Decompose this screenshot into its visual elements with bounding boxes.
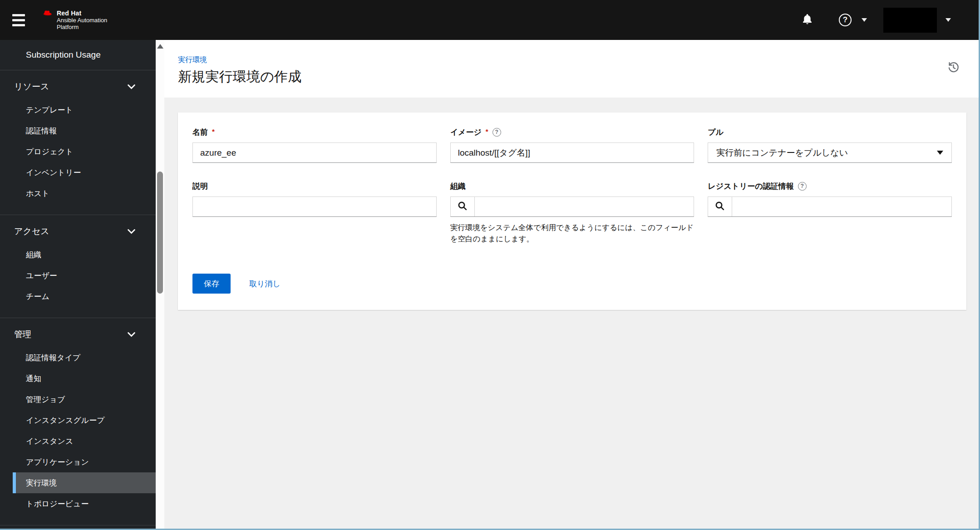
sidebar-item-credential-types[interactable]: 認証情報タイプ (0, 347, 156, 368)
brand-logo: Red Hat Ansible Automation Platform (42, 10, 107, 30)
label-text: 名前 (192, 127, 208, 137)
registry-credential-search-button[interactable] (708, 197, 732, 216)
name-label: 名前 * (192, 127, 437, 137)
description-input[interactable] (192, 196, 437, 217)
sidebar-scrollbar[interactable] (156, 40, 164, 530)
help-menu[interactable] (839, 14, 867, 26)
nav-section-resources: リソース テンプレート 認証情報 プロジェクト インベントリー ホスト (0, 70, 156, 215)
user-name-redacted[interactable] (883, 8, 937, 33)
form-actions: 保存 取り消し (192, 274, 952, 294)
page-header: 実行環境 新規実行環境の作成 (164, 40, 980, 98)
nav-section-title: 管理 (14, 329, 31, 340)
registry-credential-input[interactable] (732, 197, 951, 216)
brand-text: Red Hat Ansible Automation Platform (57, 10, 107, 30)
save-button[interactable]: 保存 (192, 274, 231, 294)
sidebar-item-execution-environments[interactable]: 実行環境 (13, 472, 156, 493)
sidebar-item-templates[interactable]: テンプレート (0, 99, 156, 120)
redhat-fedora-icon (42, 10, 53, 20)
organization-search-button[interactable] (451, 197, 475, 216)
name-input[interactable] (192, 142, 437, 163)
sidebar-item-instance-groups[interactable]: インスタンスグループ (0, 410, 156, 431)
brand-product-line1: Ansible Automation (57, 17, 107, 24)
image-input[interactable] (450, 142, 694, 163)
sidebar-item-credentials[interactable]: 認証情報 (0, 120, 156, 141)
field-pull: プル 実行前にコンテナーをプルしない (708, 127, 952, 163)
organization-helper-text: 実行環境をシステム全体で利用できるようにするには、このフィールドを空白のままにし… (450, 222, 694, 245)
scroll-up-arrow-icon[interactable] (157, 44, 163, 49)
caret-down-icon (862, 18, 867, 22)
sidebar-item-topology-view[interactable]: トポロジービュー (0, 493, 156, 514)
hamburger-icon (12, 14, 25, 16)
brand-name: Red Hat (57, 10, 107, 17)
sidebar-item-inventories[interactable]: インベントリー (0, 162, 156, 183)
hamburger-icon (12, 19, 25, 21)
organization-label: 組織 (450, 181, 694, 191)
sidebar-item-teams[interactable]: チーム (0, 286, 156, 307)
caret-down-icon (946, 18, 951, 22)
user-menu-button[interactable] (946, 18, 951, 22)
nav-section-toggle-access[interactable]: アクセス (0, 222, 156, 240)
sidebar-item-management-jobs[interactable]: 管理ジョブ (0, 389, 156, 410)
pull-select[interactable]: 実行前にコンテナーをプルしない (708, 142, 952, 163)
history-icon (947, 61, 960, 75)
nav-divider (0, 525, 156, 525)
sidebar-item-subscription-usage[interactable]: Subscription Usage (0, 40, 156, 70)
organization-lookup (450, 196, 694, 217)
label-text: 組織 (450, 181, 466, 191)
execution-environment-form: 名前 * イメージ * (192, 127, 952, 245)
notifications-button[interactable] (801, 13, 813, 27)
app-window: Red Hat Ansible Automation Platform (0, 0, 980, 530)
masthead: Red Hat Ansible Automation Platform (0, 0, 980, 40)
sidebar-item-applications[interactable]: アプリケーション (0, 451, 156, 472)
page-body: 名前 * イメージ * (164, 98, 980, 325)
history-button[interactable] (947, 61, 960, 75)
hamburger-icon (12, 24, 25, 26)
cancel-button[interactable]: 取り消し (249, 279, 281, 289)
nav-section-access: アクセス 組織 ユーザー チーム (0, 215, 156, 318)
search-icon (715, 201, 725, 212)
bell-icon (801, 13, 813, 27)
nav-toggle-button[interactable] (12, 14, 28, 26)
required-asterisk: * (212, 128, 215, 135)
chevron-down-icon (128, 329, 135, 339)
registry-credential-label: レジストリーの認証情報 (708, 181, 952, 191)
label-text: レジストリーの認証情報 (708, 181, 793, 191)
form-card: 名前 * イメージ * (178, 113, 966, 310)
breadcrumb[interactable]: 実行環境 (178, 56, 207, 64)
image-label: イメージ * (450, 127, 694, 137)
brand-product-line2: Platform (57, 24, 107, 30)
sidebar-item-users[interactable]: ユーザー (0, 265, 156, 286)
organization-input[interactable] (475, 197, 694, 216)
content-area: 実行環境 新規実行環境の作成 (164, 40, 980, 530)
nav-section-toggle-administration[interactable]: 管理 (0, 325, 156, 344)
nav-section-toggle-resources[interactable]: リソース (0, 78, 156, 96)
sidebar-item-instances[interactable]: インスタンス (0, 431, 156, 451)
nav-section-title: リソース (14, 81, 49, 93)
help-icon[interactable] (798, 182, 807, 191)
sidebar-item-notifications[interactable]: 通知 (0, 368, 156, 389)
sidebar-nav: Subscription Usage リソース テンプレート 認証情報 プロジェ… (0, 40, 156, 530)
nav-section-administration: 管理 認証情報タイプ 通知 管理ジョブ インスタンスグループ インスタンス アプ… (0, 318, 156, 525)
scrollbar-thumb[interactable] (157, 172, 163, 294)
required-asterisk: * (486, 128, 488, 135)
field-registry-credential: レジストリーの認証情報 (708, 181, 952, 245)
help-icon[interactable] (492, 128, 501, 137)
field-image: イメージ * (450, 127, 694, 163)
sidebar-item-projects[interactable]: プロジェクト (0, 141, 156, 162)
sidebar-item-hosts[interactable]: ホスト (0, 183, 156, 204)
description-label: 説明 (192, 181, 437, 191)
nav-section-title: アクセス (14, 226, 49, 237)
label-text: イメージ (450, 127, 482, 137)
masthead-actions (801, 8, 980, 33)
label-text: 説明 (192, 181, 208, 191)
pull-selected-value: 実行前にコンテナーをプルしない (716, 147, 848, 159)
sidebar-item-organizations[interactable]: 組織 (0, 244, 156, 265)
registry-credential-lookup (708, 196, 952, 217)
caret-down-icon (937, 151, 943, 155)
chevron-down-icon (128, 226, 135, 236)
search-icon (458, 201, 468, 212)
field-organization: 組織 実行環境をシステム全体で利用できるようにするには、このフ (450, 181, 694, 245)
page-title: 新規実行環境の作成 (178, 68, 980, 86)
field-description: 説明 (192, 181, 437, 245)
chevron-down-icon (128, 82, 135, 92)
